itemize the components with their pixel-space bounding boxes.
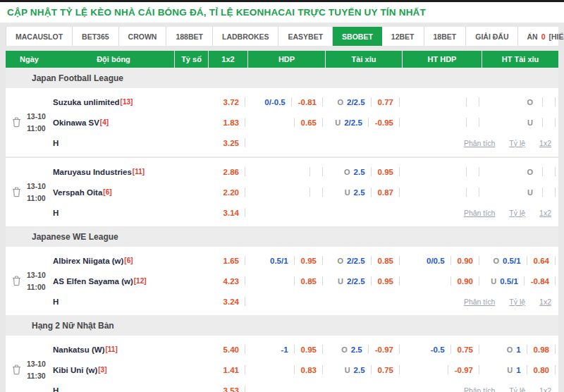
x12-link[interactable]: 1x2	[539, 298, 551, 306]
home-team[interactable]: Suzuka unlimited[13]	[53, 92, 175, 112]
hdp-home[interactable]: 0/-0.5-0.81	[248, 92, 326, 112]
odds-table-header: Ngày Đội bóng Tỷ số 1x2 HDP Tài xỉu HT H…	[6, 51, 558, 68]
ht-ou-over[interactable]: O	[482, 161, 558, 182]
x12-home-odd[interactable]: 5.40	[209, 339, 248, 360]
ou-under[interactable]: U2.50.87	[326, 182, 403, 202]
hdp-away[interactable]: 0.85	[248, 271, 326, 291]
tab-sbobet[interactable]: SBOBET	[333, 27, 382, 46]
analysis-link[interactable]: Phân tích	[464, 209, 495, 217]
ht-hdp-home[interactable]: -0.50.75	[403, 339, 482, 360]
hdp-column	[248, 161, 326, 202]
ht-hdp-away[interactable]	[403, 182, 482, 202]
away-rank: [4]	[100, 118, 109, 126]
ht-ou-under[interactable]: U10.80	[482, 360, 558, 380]
ht-ou-over[interactable]: O	[482, 92, 558, 112]
analysis-link[interactable]: Phân tích	[464, 298, 495, 306]
delete-match-icon[interactable]	[12, 276, 21, 286]
delete-match-icon[interactable]	[12, 187, 21, 197]
away-team[interactable]: Okinawa SV[4]	[53, 112, 175, 133]
ht-ou-over[interactable]: O10.98	[482, 339, 558, 360]
tab-crown[interactable]: CROWN	[119, 27, 167, 46]
score-cell	[175, 161, 209, 223]
hide-label: ẨN	[527, 32, 537, 41]
odds-link[interactable]: Tỷ lệ	[509, 139, 525, 147]
ht-hdp-home[interactable]	[403, 161, 482, 182]
home-rank: [6]	[124, 257, 133, 264]
match-time: 11:00	[27, 123, 46, 135]
match-date: 13-10	[27, 111, 46, 123]
ou-over[interactable]: O2.50.95	[326, 161, 403, 182]
hdp-away[interactable]	[248, 182, 326, 202]
ht-ou-under[interactable]: U	[482, 112, 558, 133]
x12-away-odd[interactable]: 1.41	[209, 360, 248, 380]
tab-easybet[interactable]: EASYBET	[278, 27, 333, 46]
odds-link[interactable]: Tỷ lệ	[509, 298, 525, 306]
ht-ou-over[interactable]: O0.5/10.64	[482, 250, 558, 271]
ht-hdp-away[interactable]	[403, 112, 482, 133]
ou-under[interactable]: U2/2.5-0.95	[326, 112, 403, 133]
odds-link[interactable]: Tỷ lệ	[509, 386, 525, 392]
ou-under[interactable]: U2.50.75	[326, 360, 403, 380]
ht-hdp-home[interactable]	[403, 92, 482, 112]
ht-ou-under[interactable]: U0.5/1-0.84	[482, 271, 558, 291]
x12-home-odd[interactable]: 3.72	[209, 92, 248, 112]
away-team[interactable]: Verspah Oita[6]	[53, 182, 175, 202]
hdp-home[interactable]: 0.5/10.95	[248, 250, 326, 271]
delete-match-icon[interactable]	[12, 117, 21, 128]
x12-draw-odd[interactable]: 3.24	[209, 291, 248, 312]
ou-under[interactable]: U2/2.50.95	[326, 271, 403, 291]
x12-away-odd[interactable]: 1.83	[209, 112, 248, 133]
tab-ladbrokes[interactable]: LADBROKES	[213, 27, 279, 46]
hdp-home[interactable]	[248, 161, 326, 182]
odds-link[interactable]: Tỷ lệ	[509, 209, 525, 217]
match-links: Phân tích Tỷ lệ 1x2	[248, 202, 558, 223]
x12-away-odd[interactable]: 4.23	[209, 271, 248, 291]
away-rank: [3]	[98, 366, 106, 374]
x12-draw-odd[interactable]: 3.25	[209, 133, 248, 153]
hdp-away[interactable]: 0.83	[248, 360, 326, 380]
score-cell	[175, 92, 209, 153]
tab-18bet[interactable]: 18BET	[424, 27, 467, 46]
ht-hdp-away[interactable]: -0.97	[403, 360, 482, 380]
tab-bet365[interactable]: BET365	[73, 27, 119, 46]
analysis-link[interactable]: Phân tích	[464, 386, 495, 392]
x12-home-odd[interactable]: 2.86	[209, 161, 248, 182]
delete-match-icon[interactable]	[12, 365, 21, 375]
x12-link[interactable]: 1x2	[539, 386, 551, 392]
col-header-ht-hdp: HT HDP	[403, 51, 482, 68]
x12-home-odd[interactable]: 1.65	[209, 250, 248, 271]
ht-hdp-away[interactable]: 0.90	[403, 271, 482, 291]
ou-over[interactable]: O2.5-0.97	[326, 339, 403, 360]
away-team[interactable]: AS Elfen Sayama (w)[12]	[53, 271, 175, 291]
page-title-bar: CẬP NHẬT TỶ LỆ KÈO NHÀ CÁI BÓNG ĐÁ, TỈ L…	[0, 2, 564, 23]
hidden-matches-control[interactable]: ẨN 0 [HIỂN THỊ TẤT CẢ]	[518, 27, 564, 46]
ou-over[interactable]: O2/2.50.77	[326, 92, 403, 112]
ou-over[interactable]: O2/2.50.85	[326, 250, 403, 271]
hdp-home[interactable]: -10.95	[248, 339, 326, 360]
home-team[interactable]: Maruyasu Industries[11]	[53, 161, 175, 182]
tab-giai-dau[interactable]: GIẢI ĐẤU	[466, 27, 518, 46]
col-header-date: Ngày	[6, 51, 53, 68]
tab-12bet[interactable]: 12BET	[382, 27, 424, 46]
match-time: 11:00	[27, 192, 46, 204]
analysis-link[interactable]: Phân tích	[464, 139, 495, 147]
draw-label: H	[53, 139, 59, 147]
x12-link[interactable]: 1x2	[539, 209, 551, 217]
ht-ou-under[interactable]: U	[482, 182, 558, 202]
x12-link[interactable]: 1x2	[539, 139, 551, 147]
league-title: Hạng 2 Nữ Nhật Bản	[6, 315, 558, 336]
ht-hdp-home[interactable]: 0/0.50.90	[403, 250, 482, 271]
x12-away-odd[interactable]: 2.20	[209, 182, 248, 202]
away-team[interactable]: Kibi Uni (w)[3]	[53, 360, 175, 380]
x12-draw-odd[interactable]: 3.14	[209, 202, 248, 223]
match-datetime: 13-10 11:30	[27, 358, 46, 382]
league-title: Japan Football League	[6, 68, 558, 88]
match-date: 13-10	[27, 180, 46, 192]
home-team[interactable]: Albirex Niigata (w)[6]	[53, 250, 175, 271]
tab-188bet[interactable]: 188BET	[166, 27, 213, 46]
x12-draw-odd[interactable]: 3.53	[209, 380, 248, 392]
tab-macauslot[interactable]: MACAUSLOT	[6, 27, 73, 46]
hdp-away[interactable]: 0.65	[248, 112, 326, 133]
ht-hdp-column: 0/0.50.90 0.90	[403, 250, 482, 291]
home-team[interactable]: Nankatsu (W)[11]	[53, 339, 175, 360]
